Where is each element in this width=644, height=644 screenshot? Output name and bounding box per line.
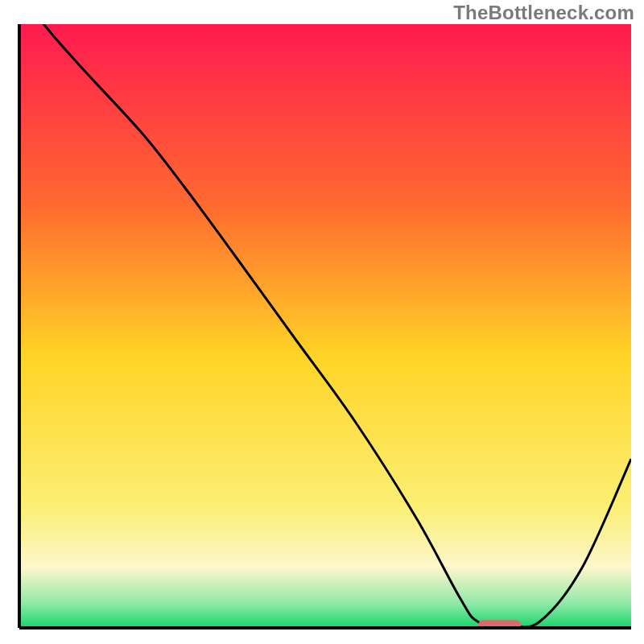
chart-stage: TheBottleneck.com: [0, 0, 644, 644]
bottleneck-chart: [0, 0, 644, 644]
gradient-background: [19, 24, 631, 628]
